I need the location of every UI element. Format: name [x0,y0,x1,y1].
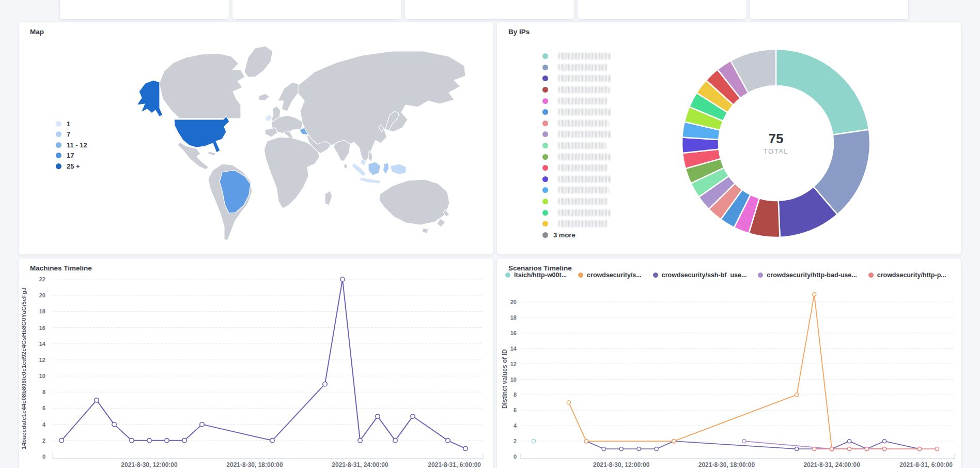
ip-legend-item[interactable] [542,162,612,174]
ip-legend-item[interactable] [542,151,612,162]
ip-legend-item[interactable] [542,118,612,129]
ip-legend-item[interactable] [542,129,612,140]
data-point[interactable] [655,447,658,450]
data-point[interactable] [795,447,799,450]
ip-legend-item[interactable] [542,107,612,118]
scenarios-y-axis-label: Distinct values of ID [501,300,508,458]
scenario-legend-item[interactable]: crowdsecurity/s... [578,271,642,279]
data-point[interactable] [182,439,186,443]
data-point[interactable] [200,422,204,426]
ip-legend-item[interactable] [542,207,612,218]
x-tick-label: 2021-8-30, 12:00:00 [121,461,178,468]
data-point[interactable] [567,401,570,404]
data-point[interactable] [882,440,886,443]
map-legend-item[interactable]: 17 [56,150,87,161]
data-point[interactable] [411,414,415,418]
legend-dot-icon [542,120,548,126]
machines-line-chart[interactable]: 02468101214161820222021-8-30, 12:00:0020… [19,259,493,468]
ip-legend-item[interactable] [542,140,612,152]
data-point[interactable] [165,439,169,443]
data-point[interactable] [672,440,676,443]
map-region-cuba[interactable] [208,152,216,156]
map-region-java[interactable] [360,177,381,184]
scenario-legend-item[interactable]: ltsich/http-w00t... [505,271,567,279]
data-point[interactable] [847,440,851,443]
ip-legend-item[interactable] [542,84,612,96]
ip-legend-item[interactable] [542,73,612,84]
map-region-iberia[interactable] [265,128,277,137]
data-point[interactable] [882,447,886,450]
map-legend-item[interactable]: 11 - 12 [56,140,87,150]
data-point[interactable] [532,440,535,443]
map-legend-item[interactable]: 25 + [56,161,87,172]
data-point[interactable] [584,440,588,443]
ip-legend-item[interactable] [542,95,612,107]
data-point[interactable] [847,447,851,450]
data-point[interactable] [813,447,816,450]
data-point[interactable] [795,393,799,397]
data-point[interactable] [270,439,274,443]
scenario-legend-label: crowdsecurity/http-bad-use... [767,271,857,279]
ip-legend-item[interactable] [542,218,612,230]
panel-title: Machines Timeline [30,264,92,272]
y-tick-label: 0 [514,454,517,460]
map-region-iceland[interactable] [258,94,270,101]
scenario-legend-item[interactable]: crowdsecurity/ssh-bf_use... [653,271,747,279]
ip-legend-item[interactable] [542,51,612,62]
data-point[interactable] [376,414,380,418]
ips-donut-chart[interactable] [673,40,879,247]
map-region-australia[interactable] [379,179,449,225]
ip-legend-item[interactable] [542,185,612,196]
map-region-canada[interactable] [159,53,245,118]
data-point[interactable] [830,447,834,450]
data-point[interactable] [463,446,468,450]
legend-dot-icon [542,232,548,238]
map-region-sri-lanka[interactable] [344,164,348,169]
map-legend-item[interactable]: 1 [56,118,87,129]
map-region-new-zealand-south[interactable] [437,219,445,227]
data-point[interactable] [865,447,868,450]
data-point[interactable] [340,277,345,281]
scenario-legend-item[interactable]: crowdsecurity/http-bad-use... [758,271,857,279]
data-point[interactable] [813,292,816,296]
map-region-philippines[interactable] [368,150,372,162]
data-point[interactable] [323,382,327,386]
map-region-scandinavia[interactable] [278,82,300,111]
data-point[interactable] [602,447,605,450]
ip-legend-more[interactable]: 3 more [542,230,612,241]
map-region-papua[interactable] [390,164,407,174]
data-point[interactable] [358,439,362,443]
x-tick-label: 2021-8-31, 6:00:00 [899,461,953,468]
ip-legend-item[interactable] [542,174,612,185]
ip-legend-item[interactable] [542,196,612,207]
data-point[interactable] [446,439,450,443]
map-region-madagascar[interactable] [325,191,332,205]
data-point[interactable] [59,439,64,443]
ip-legend-item[interactable] [542,62,612,73]
map-region-sulawesi[interactable] [383,163,389,174]
legend-dot-icon [542,109,548,115]
map-legend-item[interactable]: 7 [56,129,87,140]
donut-slice-1[interactable] [776,49,869,135]
data-point[interactable] [637,447,641,450]
data-point[interactable] [147,439,151,443]
data-point[interactable] [130,439,134,443]
map-region-africa[interactable] [264,137,320,208]
data-point[interactable] [742,440,746,443]
data-point[interactable] [619,447,623,450]
map-region-greenland[interactable] [244,46,273,77]
map-region-borneo[interactable] [368,162,381,175]
x-tick-label: 2021-8-30, 12:00:00 [593,461,650,468]
y-tick-label: 2 [514,438,517,444]
world-map-choropleth[interactable] [19,22,493,254]
scenarios-line-chart[interactable]: 024681012141618202021-8-30, 12:00:002021… [497,259,961,468]
data-point[interactable] [935,447,939,450]
data-point[interactable] [112,422,116,426]
data-point[interactable] [917,447,921,450]
scenario-legend-item[interactable]: crowdsecurity/http-p... [868,271,946,279]
data-point[interactable] [95,398,99,402]
map-region-india[interactable] [334,140,350,161]
map-region-tasmania[interactable] [422,228,428,233]
map-region-alaska[interactable] [137,80,163,116]
data-point[interactable] [393,439,397,443]
